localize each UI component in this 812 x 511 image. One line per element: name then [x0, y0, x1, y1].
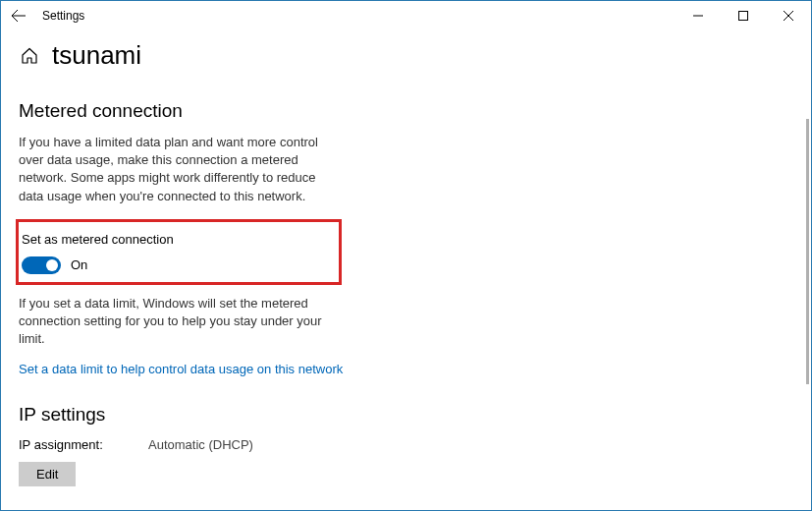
ip-assignment-row: IP assignment: Automatic (DHCP): [19, 437, 793, 452]
back-button[interactable]: [9, 6, 28, 26]
content-area: tsunami Metered connection If you have a…: [1, 30, 811, 510]
maximize-button[interactable]: [721, 1, 766, 30]
titlebar: Settings: [1, 1, 811, 30]
close-icon: [784, 11, 793, 21]
metered-limit-note: If you set a data limit, Windows will se…: [19, 295, 333, 349]
titlebar-controls: [676, 1, 811, 30]
metered-toggle-label: Set as metered connection: [22, 232, 329, 247]
svg-rect-0: [739, 12, 748, 21]
ip-assignment-label: IP assignment:: [19, 437, 148, 452]
page-header: tsunami: [21, 40, 793, 71]
home-icon: [21, 47, 38, 65]
metered-toggle[interactable]: [22, 256, 61, 274]
metered-toggle-state: On: [71, 257, 87, 272]
metered-toggle-row: On: [22, 256, 329, 274]
edit-button[interactable]: Edit: [19, 462, 76, 486]
ip-assignment-value: Automatic (DHCP): [148, 437, 253, 452]
minimize-icon: [693, 11, 703, 21]
metered-highlight-box: Set as metered connection On: [16, 219, 342, 285]
close-button[interactable]: [766, 1, 811, 30]
window-title: Settings: [42, 9, 84, 23]
arrow-left-icon: [11, 8, 27, 24]
metered-heading: Metered connection: [19, 100, 793, 122]
set-data-limit-link[interactable]: Set a data limit to help control data us…: [19, 362, 793, 376]
metered-description: If you have a limited data plan and want…: [19, 134, 333, 205]
maximize-icon: [738, 11, 748, 21]
toggle-knob: [46, 259, 58, 271]
minimize-button[interactable]: [676, 1, 721, 30]
page-title: tsunami: [52, 40, 141, 71]
titlebar-left: Settings: [9, 6, 84, 26]
ip-settings-heading: IP settings: [19, 404, 793, 426]
scrollbar[interactable]: [806, 119, 809, 384]
